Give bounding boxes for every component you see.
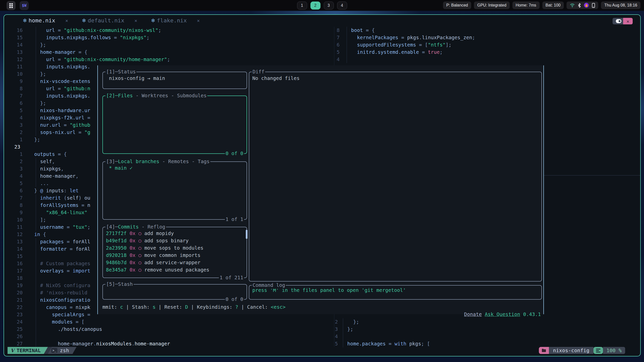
repo-segment[interactable]: nixos-config [549, 347, 593, 354]
workspace-pill-2[interactable]: 2 [310, 2, 320, 10]
mode-segment: V TERMINAL [8, 347, 48, 354]
ask-question-link[interactable]: Ask Question [485, 311, 520, 317]
code-text: nixpkgs-f2k.url = [34, 114, 90, 121]
line-number: 4 [4, 56, 340, 63]
lazygit-branches-panel[interactable]: [3]─Local branches - Remotes - Tags * ma… [102, 161, 247, 220]
donate-link[interactable]: Donate [464, 311, 482, 317]
code-line[interactable]: 5 home.packages = with pkgs; [ [4, 340, 640, 347]
commit-hash: 2a23950 [106, 245, 130, 251]
line-number: 6 [4, 100, 23, 107]
code-text: packages = forAll [34, 238, 90, 245]
workspace-pill-1[interactable]: 1 [297, 2, 307, 10]
line-number: 2 [4, 318, 338, 326]
bluetooth-icon[interactable] [578, 3, 581, 8]
status-pill-0: P: Balanced [443, 2, 471, 9]
workspace-pill-4[interactable]: 4 [337, 2, 347, 10]
line-number: 14 [4, 245, 23, 253]
line-number: 11 [4, 63, 23, 70]
scroll-percent: 100 % [603, 347, 625, 354]
files-count: 0 of 0 [225, 150, 244, 157]
line-number: 18 [4, 275, 23, 282]
code-text: nixosConfiguratio [34, 296, 90, 304]
commit-hash: 8e345a7 [106, 267, 130, 273]
code-text: # Custom packages [34, 260, 90, 267]
shell-segment[interactable]: >_ zsh [48, 347, 76, 354]
code-line[interactable]: 4 [4, 333, 640, 340]
panel-tab-status[interactable]: Status [118, 69, 136, 75]
status-pill-1: GPU: Integrated [474, 2, 510, 9]
panel-tab-commits[interactable]: Commits [118, 224, 139, 230]
line-number: 10 [4, 216, 23, 223]
lazygit-command-log-panel[interactable]: Command log press 'M' in the files panel… [249, 285, 542, 300]
network-icon[interactable] [570, 3, 575, 8]
diff-title: Diff [253, 69, 264, 75]
code-line[interactable]: 3 }; [4, 326, 640, 333]
panel-tab-worktrees[interactable]: Worktrees [142, 93, 168, 99]
commit-author: 0x ○ [130, 252, 144, 258]
code-line[interactable]: 7 kernelPackages = pkgs.linuxPackages_ze… [4, 34, 640, 41]
lazygit-diff-panel[interactable]: Diff No changed files [249, 72, 542, 282]
commit-row[interactable]: 2a23950 0x ○ move sops to modules [106, 244, 244, 252]
line-number: 5 [4, 180, 23, 187]
panel-tab-remotes[interactable]: Remotes [168, 159, 189, 164]
commit-author: 0x ○ [130, 267, 144, 273]
lazygit-status-panel[interactable]: [1]─Status nixos-config → main [102, 72, 247, 89]
commit-row[interactable]: 8e345a7 0x ○ remove unused packages [106, 266, 244, 274]
code-text: "x86_64-linux" [34, 209, 87, 216]
commit-row[interactable]: d920218 0x ○ move common imports [106, 252, 244, 259]
code-text: }; [34, 100, 46, 107]
commit-row[interactable]: b49ef1d 0x ○ add sops binary [106, 237, 244, 244]
line-number: 9 [4, 78, 23, 85]
line-number: 4 [4, 333, 338, 340]
commits-scrollbar[interactable] [246, 230, 248, 239]
terminal-icon: >_ [51, 348, 57, 353]
desktop: $W 1234 P: BalancedGPU: IntegratedHome: … [0, 0, 644, 362]
line-number: 5 [4, 49, 340, 56]
code-text: kernelPackages = pkgs.linuxPackages_zen; [345, 34, 475, 41]
panel-tab-files[interactable]: Files [118, 93, 133, 99]
line-number: 19 [4, 282, 23, 289]
panel-tab-local-branches[interactable]: Local branches [118, 159, 159, 164]
code-text: nixpkgs, [34, 165, 64, 172]
indent-guide [36, 253, 36, 260]
line-number: 21 [4, 296, 23, 304]
line-number: 3 [4, 121, 23, 129]
code-text: in { [34, 231, 46, 238]
code-line[interactable]: 6 supportedFilesystems = ["ntfs"]; [4, 41, 640, 49]
line-number: 23 [14, 143, 29, 151]
line-number: 7 [4, 194, 23, 202]
commit-row[interactable]: 2717f2f 0x ○ add mopidy [106, 230, 244, 237]
lazygit-keybindings-bar: mmit: c | Stash: s | Reset: D | Keybindi… [102, 303, 286, 311]
line-number: 15 [4, 253, 23, 260]
panel-tab-stash[interactable]: Stash [118, 281, 133, 287]
code-text: nur.url = "github [34, 121, 90, 129]
panel-tab-submodules[interactable]: Submodules [177, 93, 207, 99]
line-number: 5 [4, 340, 338, 347]
code-line[interactable]: 2 }; [4, 318, 640, 326]
lazygit-files-panel[interactable]: [2]─Files - Worktrees - Submodules 0 of … [102, 96, 247, 154]
line-number: 1 [4, 136, 23, 143]
panel-tab-tags[interactable]: Tags [198, 159, 210, 164]
commit-message: add mopidy [144, 231, 174, 236]
code-text: specialArgs = [34, 311, 90, 318]
lazygit-stash-panel[interactable]: [5]─Stash 0 of 0 [102, 284, 247, 300]
top-bar-right: P: BalancedGPU: IntegratedHome: 7msBat: … [443, 2, 640, 9]
line-number: 12 [4, 231, 23, 238]
code-line[interactable]: 4 [4, 56, 640, 63]
code-line[interactable]: 5 initrd.systemd.enable = true; [4, 49, 640, 56]
line-number: 3 [4, 165, 23, 172]
lazygit-commits-panel[interactable]: [4]─Commits - Reflog 2717f2f 0x ○ add mo… [102, 227, 247, 278]
command-log-title: Command log [253, 282, 285, 288]
system-tray [567, 2, 598, 9]
line-number: 13 [4, 238, 23, 245]
code-line[interactable]: 8 boot = { [4, 27, 640, 34]
fire-icon[interactable] [584, 3, 589, 8]
keybinding-label: | Stash: [123, 304, 152, 310]
commit-row[interactable]: 9486b7d 0x ○ add service-wrapper [106, 259, 244, 266]
line-number: 6 [4, 187, 23, 194]
phone-icon[interactable] [592, 3, 595, 8]
commit-message: add service-wrapper [144, 260, 200, 265]
workspace-pill-3[interactable]: 3 [324, 2, 334, 10]
panel-tab-reflog[interactable]: Reflog [147, 224, 165, 230]
code-text: inputs.nixpkgs. [34, 63, 90, 70]
